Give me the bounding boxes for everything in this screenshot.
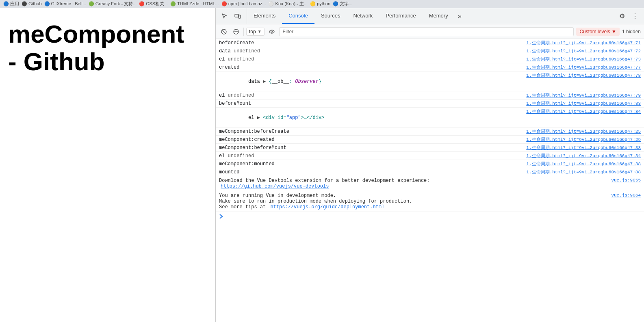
console-row: data ▶ {__ob__: Observer} 1.生命周期.html?_i… (216, 71, 644, 91)
tab-network[interactable]: Network (347, 8, 379, 24)
tab-sources[interactable]: Sources (314, 8, 347, 24)
tab-item[interactable]: 🔵 GitXtreme · Bell... (44, 1, 86, 6)
tab-item[interactable]: 🟢 THMLZzde · HTML... (170, 1, 219, 6)
console-link[interactable]: 1.生命周期.html?_ijt=9vi…2urqqbu60s166g47:77 (526, 64, 641, 70)
tab-memory[interactable]: Memory (423, 8, 455, 24)
filter-eye-icon[interactable] (267, 27, 277, 37)
console-row: el undefined 1.生命周期.html?_ijt=9vi…2urqqb… (216, 55, 644, 63)
svg-rect-0 (235, 14, 239, 17)
more-options-icon[interactable]: ⋮ (629, 11, 641, 22)
clear-console-icon[interactable] (219, 27, 229, 37)
more-tabs-button[interactable]: » (455, 8, 465, 24)
page-title: meComponent - Github (8, 20, 184, 76)
console-row: meComponent:created 1.生命周期.html?_ijt=9vi… (216, 136, 644, 144)
console-input[interactable] (225, 214, 641, 220)
toolbar-divider (243, 28, 244, 36)
vue-guide-url[interactable]: https://vuejs.org/guide/deployment.html (270, 204, 384, 210)
console-link[interactable]: 1.生命周期.html?_ijt=9vi…2urqqbu60s166g47:34 (526, 153, 641, 159)
filter-input[interactable] (279, 27, 574, 36)
tab-item[interactable]: 🟢 Greasy Fork - 支持... (89, 1, 137, 7)
console-row: beforeMount 1.生命周期.html?_ijt=9vi…2urqqbu… (216, 99, 644, 108)
settings-icon[interactable]: ⚙ (616, 11, 628, 22)
console-link[interactable]: 1.生命周期.html?_ijt=9vi…2urqqbu60s166g47:73 (526, 56, 641, 62)
tab-item[interactable]: ⚪ Koa (Koa) - 主... (268, 1, 308, 7)
console-link[interactable]: 1.生命周期.html?_ijt=9vi…2urqqbu60s166g47:88 (526, 169, 641, 175)
inspect-element-icon[interactable] (219, 11, 230, 22)
tab-item[interactable]: 🔵 文字... (333, 1, 352, 7)
console-row: el undefined 1.生命周期.html?_ijt=9vi…2urqqb… (216, 91, 644, 99)
devtools-left-icons (216, 8, 247, 24)
console-row: el undefined 1.生命周期.html?_ijt=9vi…2urqqb… (216, 152, 644, 160)
console-link[interactable]: 1.生命周期.html?_ijt=9vi…2urqqbu60s166g47:83 (526, 100, 641, 106)
console-link[interactable]: 1.生命周期.html?_ijt=9vi…2urqqbu60s166g47:72 (526, 48, 641, 54)
vue-devtools-message: Download the Vue Devtools extension for … (216, 176, 644, 191)
console-row: data undefined 1.生命周期.html?_ijt=9vi…2urq… (216, 47, 644, 55)
console-link[interactable]: 1.生命周期.html?_ijt=9vi…2urqqbu60s166g47:79 (526, 92, 641, 98)
console-output[interactable]: beforeCreate 1.生命周期.html?_ijt=9vi…2urqqb… (216, 39, 644, 322)
console-row: meComponent:beforeMount 1.生命周期.html?_ijt… (216, 144, 644, 152)
devtools-panel: Elements Console Sources Network Perform… (215, 8, 644, 322)
vue-source-link-2[interactable]: vue.js:9064 (611, 193, 641, 198)
tab-item[interactable]: 🔴 CSS相关... (139, 1, 168, 7)
console-toolbar: top ▼ Custom levels ▼ 1 hidden (216, 24, 644, 39)
svg-point-6 (269, 30, 274, 33)
console-link[interactable]: 1.生命周期.html?_ijt=9vi…2urqqbu60s166g47:71 (526, 40, 641, 46)
tab-item[interactable]: ⚫ Github (22, 1, 41, 6)
prompt-icon (219, 214, 223, 221)
console-link[interactable]: 1.生命周期.html?_ijt=9vi…2urqqbu60s166g47:25 (526, 128, 641, 134)
svg-line-3 (222, 30, 226, 33)
custom-levels-button[interactable]: Custom levels ▼ (576, 28, 620, 36)
vue-dev-mode-message: You are running Vue in development mode.… (216, 191, 644, 212)
console-link[interactable]: 1.生命周期.html?_ijt=9vi…2urqqbu60s166g47:84 (526, 108, 641, 115)
tab-elements[interactable]: Elements (247, 8, 282, 24)
console-row: meComponent:mounted 1.生命周期.html?_ijt=9vi… (216, 160, 644, 168)
console-row: el ▶ <div id="app">…</div> 1.生命周期.html?_… (216, 108, 644, 128)
tab-item[interactable]: 🔵 应用 (3, 1, 19, 7)
dropdown-arrow-icon: ▼ (258, 29, 262, 34)
console-row: created 1.生命周期.html?_ijt=9vi…2urqqbu60s1… (216, 63, 644, 71)
console-row: beforeCreate 1.生命周期.html?_ijt=9vi…2urqqb… (216, 39, 644, 47)
devtools-right-icons: ⚙ ⋮ (613, 11, 644, 22)
console-link[interactable]: 1.生命周期.html?_ijt=9vi…2urqqbu60s166g47:29 (526, 136, 641, 143)
tab-performance[interactable]: Performance (379, 8, 422, 24)
device-toolbar-icon[interactable] (232, 11, 243, 22)
page-content: meComponent - Github (0, 8, 215, 322)
browser-tab-bar: 🔵 应用 ⚫ Github 🔵 GitXtreme · Bell... 🟢 Gr… (0, 0, 644, 8)
main-area: meComponent - Github Elements (0, 8, 644, 322)
hidden-count: 1 hidden (622, 29, 641, 35)
tab-console[interactable]: Console (282, 8, 314, 24)
devtools-tabs: Elements Console Sources Network Perform… (247, 8, 613, 24)
console-link[interactable]: 1.生命周期.html?_ijt=9vi…2urqqbu60s166g47:33 (526, 145, 641, 151)
console-link[interactable]: 1.生命周期.html?_ijt=9vi…2urqqbu60s166g47:38 (526, 161, 641, 167)
console-prompt (216, 212, 644, 223)
vue-source-link-1[interactable]: vue.js:9055 (611, 178, 641, 183)
devtools-toolbar: Elements Console Sources Network Perform… (216, 8, 644, 24)
vue-devtools-url[interactable]: https://github.com/vuejs/vue-devtools (221, 184, 329, 189)
console-row: mounted 1.生命周期.html?_ijt=9vi…2urqqbu60s1… (216, 168, 644, 176)
block-icon[interactable] (231, 27, 241, 37)
console-row: meComponent:beforeCreate 1.生命周期.html?_ij… (216, 128, 644, 136)
svg-point-7 (271, 31, 273, 32)
context-selector[interactable]: top ▼ (246, 28, 265, 36)
tab-item[interactable]: 🟡 python (310, 1, 330, 6)
tab-item[interactable]: 🔴 npm | build amaz... (221, 1, 266, 6)
svg-rect-1 (239, 15, 241, 18)
console-link[interactable]: 1.生命周期.html?_ijt=9vi…2urqqbu60s166g47:78 (526, 72, 641, 78)
